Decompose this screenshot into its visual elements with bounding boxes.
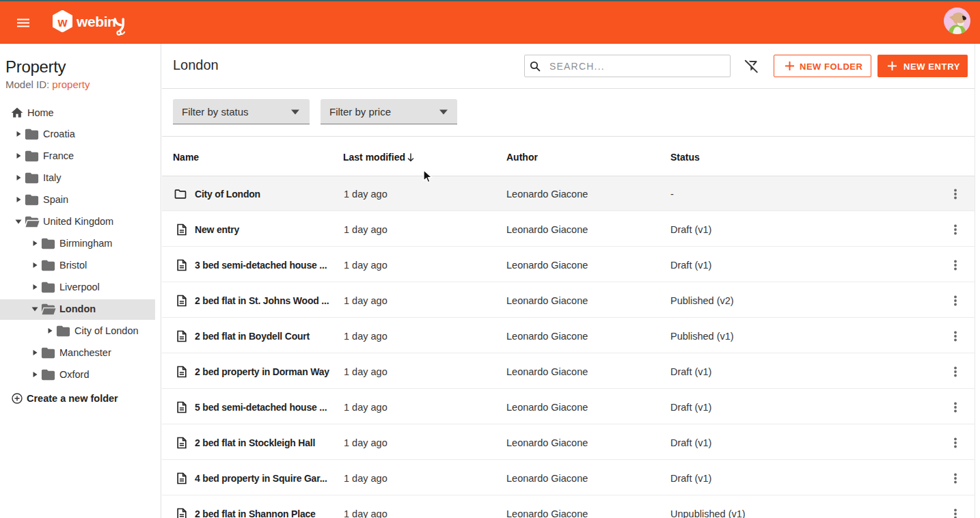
svg-text:w: w xyxy=(57,16,68,29)
